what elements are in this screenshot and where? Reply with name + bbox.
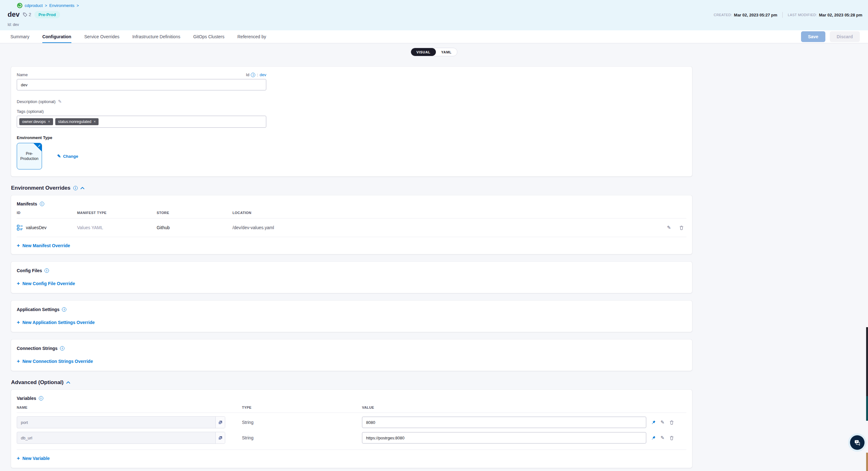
delete-variable-icon[interactable] bbox=[669, 420, 674, 425]
edit-variable-icon[interactable]: ✎ bbox=[660, 419, 664, 425]
help-chat-button[interactable]: ? bbox=[850, 435, 865, 450]
copy-icon bbox=[218, 420, 222, 424]
pin-value-icon[interactable] bbox=[651, 436, 656, 440]
tab-gitops-clusters[interactable]: GitOps Clusters bbox=[193, 30, 224, 43]
tag-chip-label: owner:devops bbox=[22, 119, 46, 124]
remove-tag-icon[interactable]: × bbox=[93, 119, 96, 124]
tab-bar: Summary Configuration Service Overrides … bbox=[0, 30, 868, 43]
connection-strings-info-icon[interactable]: i bbox=[60, 346, 64, 351]
env-type-badge: Pre-Prod bbox=[34, 11, 60, 18]
new-variable-label: New Variable bbox=[23, 456, 50, 461]
connection-strings-card: Connection Strings i + New Connection St… bbox=[11, 340, 692, 371]
pin-value-icon[interactable] bbox=[651, 420, 656, 425]
breadcrumb-separator-icon: > bbox=[45, 3, 47, 8]
created-value: Mar 02, 2023 05:27 pm bbox=[734, 13, 777, 18]
new-application-settings-override-button[interactable]: + New Application Settings Override bbox=[17, 320, 95, 325]
new-variable-button[interactable]: + New Variable bbox=[17, 455, 50, 461]
modified-label: LAST MODIFIED: bbox=[788, 13, 817, 17]
id-value-link[interactable]: dev bbox=[260, 72, 266, 77]
edit-manifest-icon[interactable]: ✎ bbox=[667, 225, 671, 230]
breadcrumb-product-link[interactable]: cdproduct bbox=[25, 3, 43, 8]
remove-tag-icon[interactable]: × bbox=[48, 119, 50, 124]
modified-value: Mar 02, 2023 05:28 pm bbox=[819, 13, 862, 18]
variable-name-input[interactable] bbox=[17, 432, 215, 443]
tab-service-overrides[interactable]: Service Overrides bbox=[84, 30, 119, 43]
page-header: cdproduct > Environments > dev 2 Pre-Pro… bbox=[0, 0, 868, 30]
column-type: TYPE bbox=[242, 406, 362, 409]
column-name: NAME bbox=[17, 406, 242, 409]
environment-type-card[interactable]: ✓ Pre-Production bbox=[17, 143, 42, 170]
scrollbar-thumb[interactable] bbox=[866, 327, 868, 396]
config-files-card: Config Files i + New Config File Overrid… bbox=[11, 262, 692, 293]
manifest-type: Values YAML bbox=[77, 225, 157, 230]
change-env-type-link[interactable]: ✎ Change bbox=[57, 154, 78, 159]
tab-summary[interactable]: Summary bbox=[10, 30, 29, 43]
manifests-info-icon[interactable]: i bbox=[40, 202, 44, 206]
tag-count: 2 bbox=[23, 12, 31, 17]
variable-name-group bbox=[17, 416, 225, 428]
collapse-chevron-up-icon[interactable] bbox=[81, 187, 84, 189]
environment-overrides-header: Environment Overrides i bbox=[11, 185, 692, 191]
created-label: CREATED: bbox=[714, 13, 732, 17]
collapse-chevron-up-icon[interactable] bbox=[66, 381, 70, 384]
application-settings-info-icon[interactable]: i bbox=[62, 307, 66, 312]
id-info-icon[interactable]: i bbox=[251, 73, 255, 77]
tab-referenced-by[interactable]: Referenced by bbox=[237, 30, 266, 43]
plus-icon: + bbox=[17, 243, 20, 248]
edit-variable-icon[interactable]: ✎ bbox=[660, 435, 664, 441]
tags-label: Tags (optional) bbox=[17, 109, 686, 114]
new-config-file-override-label: New Config File Override bbox=[23, 281, 75, 286]
id-note: Id i : dev bbox=[246, 72, 266, 77]
tag-chip: status:nonregulated × bbox=[55, 118, 98, 125]
discard-button[interactable]: Discard bbox=[830, 31, 860, 42]
basic-info-card: Name Id i : dev Description (optional) ✎… bbox=[11, 67, 692, 176]
variable-row: String ✎ bbox=[17, 416, 686, 428]
delete-variable-icon[interactable] bbox=[669, 436, 674, 440]
new-manifest-override-label: New Manifest Override bbox=[23, 243, 70, 248]
name-input[interactable] bbox=[17, 79, 266, 90]
manifest-store: Github bbox=[157, 225, 232, 230]
tab-configuration[interactable]: Configuration bbox=[42, 30, 71, 43]
manifest-row: valuesDev Values YAML Github /dev/dev-va… bbox=[17, 218, 686, 237]
plus-icon: + bbox=[17, 320, 20, 325]
chat-help-icon: ? bbox=[854, 439, 861, 446]
variable-value-input[interactable] bbox=[362, 432, 646, 443]
new-config-file-override-button[interactable]: + New Config File Override bbox=[17, 281, 75, 286]
description-label: Description (optional) bbox=[17, 99, 56, 104]
variable-name-group bbox=[17, 432, 225, 444]
application-settings-card: Application Settings i + New Application… bbox=[11, 301, 692, 332]
save-button[interactable]: Save bbox=[801, 31, 825, 42]
new-connection-strings-override-label: New Connection Strings Override bbox=[23, 359, 93, 364]
visual-toggle-button[interactable]: VISUAL bbox=[411, 48, 436, 56]
column-id: ID bbox=[17, 211, 77, 215]
tag-count-value: 2 bbox=[29, 12, 31, 17]
edit-description-icon[interactable]: ✎ bbox=[58, 99, 62, 104]
view-mode-toggle: VISUAL YAML bbox=[411, 48, 457, 56]
new-connection-strings-override-button[interactable]: + New Connection Strings Override bbox=[17, 358, 93, 364]
change-label: Change bbox=[63, 154, 78, 159]
copy-variable-button[interactable] bbox=[215, 417, 225, 428]
variable-value-input[interactable] bbox=[362, 417, 646, 428]
variables-title: Variables bbox=[17, 396, 36, 401]
id-colon: : bbox=[257, 72, 258, 77]
manifests-title: Manifests bbox=[17, 201, 37, 206]
breadcrumb-environments-link[interactable]: Environments bbox=[49, 3, 74, 8]
variables-info-icon[interactable]: i bbox=[39, 396, 43, 401]
manifest-location: /dev/dev-values.yaml bbox=[232, 225, 658, 230]
delete-manifest-icon[interactable] bbox=[679, 225, 684, 230]
scrollbar-thumb[interactable] bbox=[866, 396, 868, 421]
cd-module-icon bbox=[17, 3, 23, 8]
variable-name-input[interactable] bbox=[17, 417, 215, 428]
tags-input[interactable]: owner:devops × status:nonregulated × bbox=[17, 116, 266, 128]
manifest-icon bbox=[17, 225, 23, 231]
yaml-toggle-button[interactable]: YAML bbox=[436, 48, 457, 56]
environment-overrides-title: Environment Overrides bbox=[11, 185, 70, 191]
environment-overrides-info-icon[interactable]: i bbox=[73, 186, 78, 190]
tab-infrastructure-definitions[interactable]: Infrastructure Definitions bbox=[132, 30, 180, 43]
copy-variable-button[interactable] bbox=[215, 432, 225, 443]
config-files-info-icon[interactable]: i bbox=[44, 268, 49, 273]
variable-type: String bbox=[242, 420, 362, 425]
page-title: dev bbox=[7, 10, 20, 19]
new-manifest-override-button[interactable]: + New Manifest Override bbox=[17, 243, 70, 248]
advanced-title: Advanced (Optional) bbox=[11, 379, 63, 386]
